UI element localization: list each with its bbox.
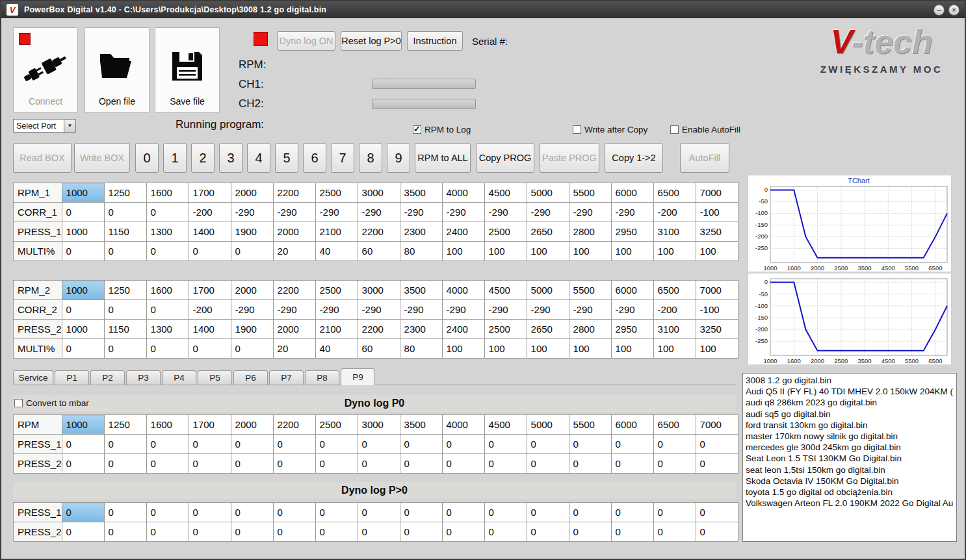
grid-cell[interactable]: 0 [189,522,231,542]
grid-cell[interactable]: 2200 [358,222,400,242]
grid-cell[interactable]: 2200 [273,281,315,300]
grid-cell[interactable]: 0 [104,242,146,261]
save-file-button[interactable]: Save file [155,27,220,113]
instruction-button[interactable]: Instruction [407,31,463,51]
grid-cell[interactable]: 1600 [146,415,189,435]
grid-cell[interactable]: 5500 [569,183,611,203]
grid-cell[interactable]: -290 [611,300,653,320]
grid-cell[interactable]: 0 [696,522,738,542]
open-file-button[interactable]: Open file [85,27,150,113]
grid-cell[interactable]: 2100 [315,320,358,339]
grid-cell[interactable]: 0 [62,339,104,359]
grid-cell[interactable]: -100 [696,300,738,320]
grid-cell[interactable]: 0 [189,242,231,261]
file-list-item[interactable]: seat leon 1.5tsi 150km go digital.bin [746,465,954,476]
grid-cell[interactable]: 2000 [273,222,315,242]
rpm-to-all-button[interactable]: RPM to ALL [415,143,471,173]
grid-cell[interactable]: 0 [315,503,358,522]
grid-cell[interactable]: -290 [315,300,358,320]
grid-cell[interactable]: 100 [569,339,611,359]
grid-cell[interactable]: 2000 [231,183,273,203]
grid-cell[interactable]: 1250 [104,415,146,435]
digit-button-1[interactable]: 1 [163,143,187,173]
grid-cell[interactable]: 2500 [484,320,527,339]
grid-cell[interactable]: 1000 [62,183,104,203]
grid-cell[interactable]: 0 [146,339,189,359]
grid-cell[interactable]: 6500 [653,281,696,300]
grid-cell[interactable]: 2500 [315,415,358,435]
digit-button-9[interactable]: 9 [387,143,410,173]
file-list-item[interactable]: Seat Leon 1.5 TSI 130KM Go Digital.bin [746,453,954,464]
tab-p8[interactable]: P8 [305,370,339,385]
grid-cell[interactable]: 100 [527,339,569,359]
grid-cell[interactable]: 0 [527,435,569,454]
grid-cell[interactable]: 0 [62,203,104,222]
file-list-item[interactable]: audi q8 286km 2023 go digital.bin [746,397,954,408]
grid-cell[interactable]: 3500 [400,415,442,435]
grid-cell[interactable]: -290 [231,300,273,320]
grid-cell[interactable]: 0 [653,454,696,474]
grid-cell[interactable]: 1150 [104,222,146,242]
grid-cell[interactable]: 0 [146,435,189,454]
grid-cell[interactable]: 1600 [146,281,189,300]
grid-cell[interactable]: -290 [400,203,442,222]
grid-cell[interactable]: 1700 [189,415,231,435]
grid-cell[interactable]: -290 [527,203,569,222]
grid-cell[interactable]: -290 [484,300,527,320]
rpm-to-log-checkbox[interactable]: RPM to Log [413,125,471,134]
grid-cell[interactable]: 0 [527,522,569,542]
grid-cell[interactable]: 0 [62,454,104,474]
grid-cell[interactable]: -290 [315,203,358,222]
grid-cell[interactable]: 60 [358,339,400,359]
tab-p4[interactable]: P4 [162,370,196,385]
grid-cell[interactable]: 100 [696,339,738,359]
grid-cell[interactable]: 0 [611,503,653,522]
grid-cell[interactable]: 1900 [231,320,273,339]
grid-cell[interactable]: 0 [527,454,569,474]
tab-p5[interactable]: P5 [198,370,232,385]
grid-cell[interactable]: 3250 [696,222,738,242]
grid-cell[interactable]: 1150 [104,320,146,339]
file-list-item[interactable]: toyota 1.5 go digital od obciążenia.bin [746,487,954,498]
grid-cell[interactable]: 0 [104,300,146,320]
grid-cell[interactable]: 2000 [231,281,273,300]
grid-cell[interactable]: -200 [189,300,231,320]
grid-cell[interactable]: 0 [189,435,231,454]
grid-cell[interactable]: 0 [273,435,315,454]
grid-cell[interactable]: 1000 [62,320,104,339]
grid-cell[interactable]: 100 [442,242,484,261]
grid-cell[interactable]: 4500 [484,183,527,203]
grid-cell[interactable]: 1250 [104,183,146,203]
grid-cell[interactable]: 2200 [273,415,315,435]
grid-cell[interactable]: 0 [315,522,358,542]
grid-cell[interactable]: 0 [611,435,653,454]
tab-p2[interactable]: P2 [90,370,125,385]
grid-cell[interactable]: 0 [273,454,315,474]
grid-cell[interactable]: -290 [400,300,442,320]
grid-cell[interactable]: 0 [611,454,653,474]
enable-autofill-checkbox-box[interactable] [670,125,679,134]
grid-cell[interactable]: 100 [611,339,653,359]
tab-p1[interactable]: P1 [55,370,89,385]
grid-cell[interactable]: 6500 [653,415,696,435]
grid-cell[interactable]: 0 [104,203,146,222]
grid-cell[interactable]: 0 [62,503,104,522]
dyno-log-on-button[interactable]: Dyno log ON [277,31,335,51]
grid-cell[interactable]: -290 [569,203,611,222]
rpm-to-log-checkbox-box[interactable] [413,125,421,134]
grid-cell[interactable]: 6000 [611,415,653,435]
grid-cell[interactable]: 0 [484,435,527,454]
write-after-copy-checkbox-box[interactable] [573,125,581,134]
select-port-dropdown[interactable]: Select Port ▼ [13,119,76,133]
grid-cell[interactable]: 1600 [146,183,189,203]
grid-cell[interactable]: 0 [569,522,611,542]
tab-p9[interactable]: P9 [341,368,375,385]
file-list-item[interactable]: 3008 1.2 go digital.bin [746,375,954,386]
grid-cell[interactable]: 3000 [358,415,400,435]
grid-cell[interactable]: -290 [273,300,315,320]
grid-cell[interactable]: 2200 [273,183,315,203]
grid-cell[interactable]: 2300 [400,222,442,242]
grid-cell[interactable]: 0 [400,435,442,454]
grid-cell[interactable]: -290 [358,300,400,320]
grid-cell[interactable]: -290 [484,203,527,222]
